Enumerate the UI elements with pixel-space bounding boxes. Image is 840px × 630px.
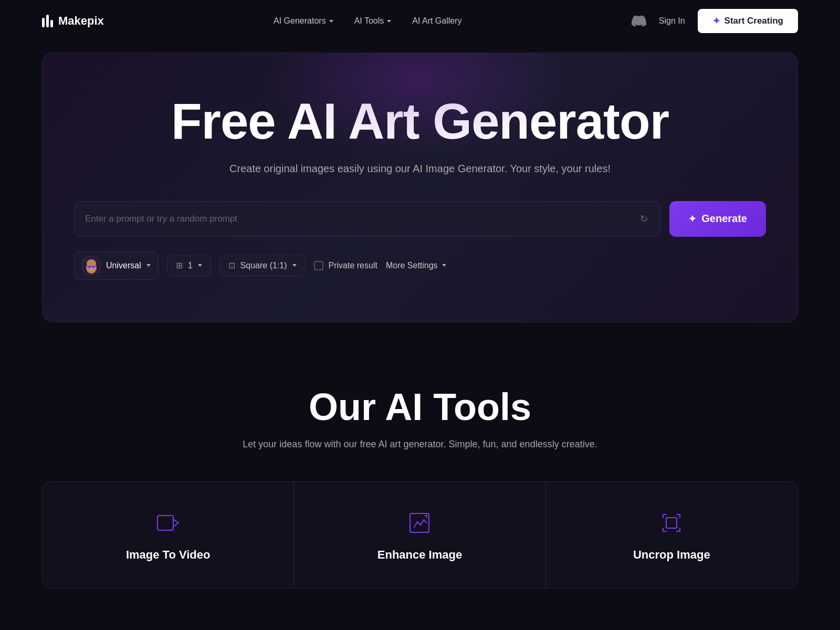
svg-point-4 [88,266,90,268]
tool-icon-wrapper [405,508,434,538]
count-selector[interactable]: ⊞ 1 [167,255,211,276]
generate-button[interactable]: ✦ Generate [669,201,766,237]
svg-point-5 [92,266,94,268]
start-creating-button[interactable]: ✦ Start Creating [698,9,798,33]
tools-section: Our AI Tools Let your ideas flow with ou… [0,354,840,610]
svg-marker-7 [173,519,178,527]
image-count-icon: ⊞ [176,260,183,270]
tool-icon-wrapper [657,508,686,538]
nav-ai-art-gallery[interactable]: AI Art Gallery [412,16,461,26]
tools-title: Our AI Tools [42,385,798,428]
enhance-icon [407,510,432,536]
logo-text: Makepix [58,14,104,28]
refresh-icon[interactable]: ↻ [638,211,650,227]
chevron-down-icon [198,264,202,267]
logo-icon [42,15,53,27]
chevron-down-icon [442,264,446,267]
tool-card-uncrop-image[interactable]: Uncrop Image [546,482,797,588]
private-result-checkbox[interactable] [314,261,323,270]
logo[interactable]: Makepix [42,14,104,28]
controls-row: Universal ⊞ 1 ⊡ Square (1:1) Private res… [74,251,766,280]
nav-ai-generators[interactable]: AI Generators [274,16,333,26]
tools-grid: Image To Video Enhance Image [42,481,798,589]
tool-card-image-to-video[interactable]: Image To Video [43,482,294,588]
sparkle-icon: ✦ [712,15,720,27]
nav-links: AI Generators AI Tools AI Art Gallery [274,16,461,26]
tool-name-image-to-video: Image To Video [126,548,211,562]
tool-icon-wrapper [153,508,183,538]
prompt-input-wrapper[interactable]: ↻ [74,201,661,237]
model-avatar-image [82,256,101,275]
navbar: Makepix AI Generators AI Tools AI Art Ga… [0,0,840,42]
uncrop-icon [659,510,684,536]
tool-card-enhance-image[interactable]: Enhance Image [294,482,545,588]
private-result-label: Private result [329,261,377,270]
video-icon [155,510,181,536]
svg-rect-9 [666,518,677,528]
nav-ai-tools[interactable]: AI Tools [354,16,392,26]
tool-name-enhance-image: Enhance Image [377,548,462,562]
private-result-toggle[interactable]: Private result [314,261,377,270]
more-settings-button[interactable]: More Settings [386,261,446,270]
chevron-down-icon [292,264,297,267]
svg-rect-6 [158,516,173,530]
tool-name-uncrop-image: Uncrop Image [633,548,710,562]
discord-icon[interactable] [632,14,646,28]
tools-subtitle: Let your ideas flow with our free AI art… [42,439,798,450]
sparkle-icon: ✦ [688,213,696,225]
ratio-selector[interactable]: ⊡ Square (1:1) [219,255,306,276]
prompt-bar: ↻ ✦ Generate [74,201,766,237]
chevron-down-icon [146,264,151,267]
svg-rect-3 [87,266,96,267]
model-name: Universal [106,261,141,270]
model-avatar [82,256,101,275]
hero-subtitle: Create original images easily using our … [74,163,766,175]
chevron-down-icon [387,20,391,23]
chevron-down-icon [329,20,333,23]
hero-title: Free AI Art Generator [74,95,766,148]
prompt-input[interactable] [85,214,638,224]
model-selector[interactable]: Universal [74,251,159,280]
nav-right: Sign In ✦ Start Creating [632,9,798,33]
sign-in-button[interactable]: Sign In [659,16,685,26]
aspect-ratio-icon: ⊡ [228,260,235,270]
hero-section: Free AI Art Generator Create original im… [42,52,798,322]
